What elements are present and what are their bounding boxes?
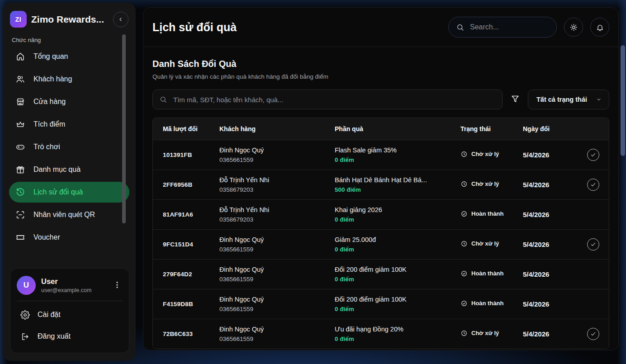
global-search — [448, 17, 557, 38]
funnel-icon — [510, 94, 520, 104]
sidebar-item-label: Nhân viên quét QR — [33, 211, 95, 219]
user-menu-button[interactable] — [112, 280, 123, 291]
store-icon — [15, 97, 25, 107]
crown-icon — [15, 119, 25, 129]
table-row[interactable]: F4159D8BĐinh Ngọc Quý0365661559Đổi 200 đ… — [153, 289, 609, 319]
gift-points: 500 điểm — [335, 186, 460, 193]
status-label: Chờ xử lý — [471, 151, 499, 157]
header-actions — [448, 17, 609, 38]
sidebar-item-label: Voucher — [33, 233, 60, 241]
column-header: Phần quà — [335, 125, 460, 132]
redemption-date: 5/4/2026 — [523, 181, 577, 189]
status-badge: Chờ xử lý — [460, 151, 499, 158]
users-icon — [15, 74, 25, 84]
status-label: Hoàn thành — [471, 270, 504, 277]
sidebar-item-label: Tổng quan — [33, 52, 68, 61]
redemption-date: 5/4/2026 — [523, 270, 577, 278]
customer-name: Đinh Ngọc Quý — [219, 326, 335, 333]
table-row[interactable]: 9FC151D4Đinh Ngọc Quý0365661559Giảm 25.0… — [153, 229, 609, 259]
sidebar-item-nhan-vien-quet-qr[interactable]: Nhân viên quét QR — [9, 204, 129, 225]
sidebar-item-tro-choi[interactable]: Trò chơi — [9, 137, 129, 157]
user-card: U User user@example.com Cài đặtĐăng xuất — [10, 268, 129, 353]
logout-icon — [20, 332, 30, 341]
status-label: Chờ xử lý — [471, 180, 499, 187]
sidebar-item-lich-su-doi-qua[interactable]: Lịch sử đổi quà — [9, 182, 129, 203]
table-body: 101391FBĐinh Ngọc Quý0365661559Flash Sal… — [153, 140, 609, 349]
clock-icon — [460, 330, 468, 337]
status-badge: Chờ xử lý — [460, 330, 499, 337]
customer-cell: Đinh Ngọc Quý0365661559 — [219, 296, 335, 312]
table-row[interactable]: 81AF91A6Đỗ Trịnh Yến Nhi0358679203Khai g… — [153, 199, 609, 229]
user-card-item-cai-dat[interactable]: Cài đặt — [17, 304, 123, 326]
home-icon — [15, 52, 25, 61]
redemption-code: 101391FB — [153, 151, 219, 158]
customer-name: Đinh Ngọc Quý — [219, 266, 335, 273]
customer-cell: Đỗ Trịnh Yến Nhi0358679203 — [219, 206, 335, 223]
main-scrollbar[interactable] — [621, 45, 625, 156]
confirm-redemption-button[interactable] — [587, 149, 599, 161]
sidebar-scrollbar[interactable] — [122, 34, 126, 223]
gift-name: Khai giảng 2026 — [335, 206, 460, 213]
bell-icon — [596, 23, 604, 32]
status-filter-label: Tất cả trạng thái — [536, 96, 587, 103]
status-badge: Hoàn thành — [460, 210, 504, 217]
customer-phone: 0365661559 — [219, 156, 335, 163]
notifications-button[interactable] — [590, 18, 609, 37]
sidebar-item-khach-hang[interactable]: Khách hàng — [9, 69, 129, 90]
gift-name: Đổi 200 điểm giảm 100K — [335, 266, 460, 273]
status-filter-select[interactable]: Tất cả trạng thái — [528, 90, 609, 109]
customer-phone: 0358679203 — [219, 216, 335, 223]
customer-phone: 0365661559 — [219, 276, 335, 283]
action-cell — [577, 328, 609, 340]
customer-cell: Đỗ Trịnh Yến Nhi0358679203 — [219, 176, 335, 193]
table-row[interactable]: 101391FBĐinh Ngọc Quý0365661559Flash Sal… — [153, 140, 609, 170]
filter-bar: Tất cả trạng thái — [152, 90, 609, 109]
table-row[interactable]: 2FF6956BĐỗ Trịnh Yến Nhi0358679203Bánh H… — [153, 170, 609, 199]
user-card-actions: Cài đặtĐăng xuất — [17, 304, 123, 347]
status-cell: Chờ xử lý — [460, 330, 523, 339]
status-cell: Hoàn thành — [460, 300, 523, 309]
customer-cell: Đinh Ngọc Quý0365661559 — [219, 147, 335, 163]
sidebar-item-tich-diem[interactable]: Tích điểm — [9, 114, 129, 135]
clock-icon — [460, 180, 468, 188]
user-card-item-dang-xuat[interactable]: Đăng xuất — [17, 326, 123, 347]
kebab-icon — [113, 280, 122, 289]
sidebar-item-label: Danh mục quà — [33, 165, 81, 174]
gift-cell: Khai giảng 20260 điểm — [335, 206, 460, 223]
sidebar-item-voucher[interactable]: Voucher — [9, 227, 129, 248]
app-logo: ZI — [10, 11, 27, 28]
table-search — [152, 90, 503, 109]
page-title: Lịch sử đổi quà — [152, 21, 237, 34]
main-panel: Lịch sử đổi quà Danh Sách Đổi Quà Quản l… — [143, 7, 619, 350]
check-icon — [590, 241, 597, 248]
confirm-redemption-button[interactable] — [587, 179, 599, 191]
sidebar-item-tong-quan[interactable]: Tổng quan — [9, 46, 129, 67]
user-row: U User user@example.com — [17, 276, 123, 295]
table-search-input[interactable] — [172, 95, 496, 104]
customer-name: Đinh Ngọc Quý — [219, 236, 335, 243]
status-badge: Hoàn thành — [460, 270, 504, 277]
sidebar-item-cua-hang[interactable]: Cửa hàng — [9, 91, 129, 112]
sun-icon — [569, 23, 578, 32]
sidebar-collapse-button[interactable] — [113, 12, 128, 27]
sidebar-item-danh-muc-qua[interactable]: Danh mục quà — [9, 159, 129, 180]
sidebar-header: ZI Zimo Rewards... — [9, 10, 129, 28]
gift-cell: Bánh Hạt Dẻ Bánh Hạt Dẻ Bá...500 điểm — [335, 176, 460, 193]
check-circle-icon — [460, 210, 468, 217]
gift-name: Đổi 200 điểm giảm 100K — [335, 296, 460, 303]
confirm-redemption-button[interactable] — [587, 238, 599, 251]
customer-phone: 0365661559 — [219, 306, 335, 312]
confirm-redemption-button[interactable] — [587, 328, 599, 340]
table-row[interactable]: 279F64D2Đinh Ngọc Quý0365661559Đổi 200 đ… — [153, 259, 609, 289]
user-card-item-label: Đăng xuất — [38, 332, 71, 340]
status-label: Hoàn thành — [471, 300, 504, 307]
redemption-table: Mã lượt đổiKhách hàngPhần quàTrạng tháiN… — [152, 118, 609, 349]
user-email: user@example.com — [41, 287, 106, 293]
global-search-input[interactable] — [469, 23, 549, 32]
theme-toggle-button[interactable] — [564, 18, 583, 37]
table-row[interactable]: 72B6C633Đinh Ngọc Quý0365661559Ưu đãi hạ… — [153, 319, 609, 349]
gift-points: 0 điểm — [335, 216, 460, 223]
clock-icon — [460, 240, 468, 247]
gift-points: 0 điểm — [335, 276, 460, 283]
filter-button[interactable] — [510, 94, 521, 105]
